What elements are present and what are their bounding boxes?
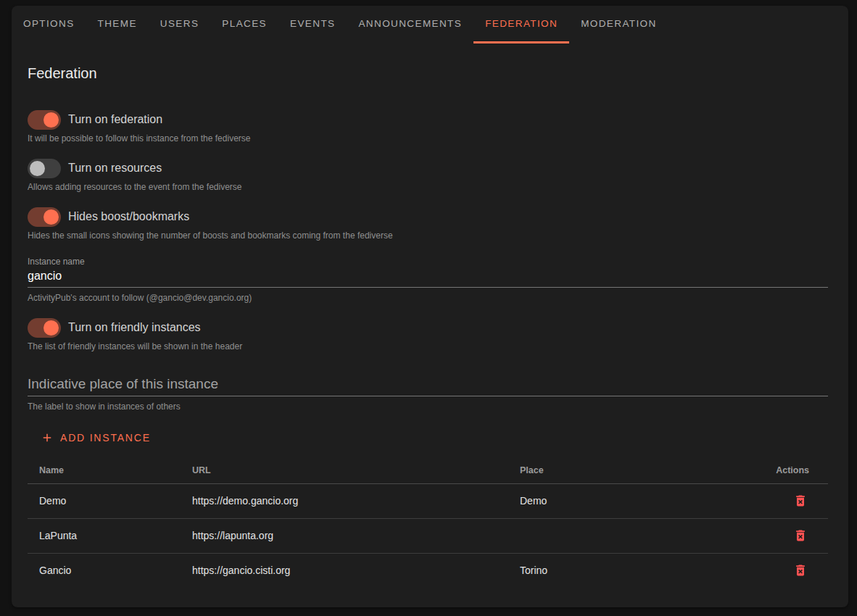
friendly-instances-toggle[interactable] xyxy=(28,318,61,338)
instance-name-input[interactable] xyxy=(28,267,828,288)
instance-name-cell: LaPunta xyxy=(28,518,181,553)
instance-name-label: Instance name xyxy=(28,257,828,267)
instance-name-cell: Gancio xyxy=(28,553,181,588)
column-header-actions: Actions xyxy=(719,458,828,483)
instance-url-cell: https://lapunta.org xyxy=(181,518,508,553)
tab-events[interactable]: EVENTS xyxy=(278,6,347,43)
tab-theme[interactable]: THEME xyxy=(86,6,149,43)
instance-place-hint: The label to show in instances of others xyxy=(28,402,828,412)
tab-places[interactable]: PLACES xyxy=(210,6,278,43)
tab-users[interactable]: USERS xyxy=(149,6,211,43)
trash-delete-forever-icon xyxy=(793,494,808,508)
friendly-instances-table: Name URL Place Actions Demo https://demo… xyxy=(28,458,828,588)
admin-panel-card: OPTIONS THEME USERS PLACES EVENTS ANNOUN… xyxy=(12,6,848,607)
instance-place-input[interactable] xyxy=(28,376,828,396)
instance-row: Gancio https://gancio.cisti.org Torino xyxy=(28,553,828,588)
admin-tab-bar: OPTIONS THEME USERS PLACES EVENTS ANNOUN… xyxy=(12,6,848,43)
federation-toggle[interactable] xyxy=(28,110,61,130)
hide-boost-toggle-knob xyxy=(44,209,59,225)
tab-federation[interactable]: FEDERATION xyxy=(473,6,569,43)
trash-delete-forever-icon xyxy=(793,563,808,578)
federation-settings-content: Federation Turn on federation It will be… xyxy=(12,43,848,588)
hide-boost-toggle-hint: Hides the small icons showing the number… xyxy=(28,231,828,241)
delete-instance-button[interactable] xyxy=(792,492,809,509)
column-header-name: Name xyxy=(28,458,181,483)
resources-toggle-knob xyxy=(30,161,45,176)
federation-toggle-hint: It will be possible to follow this insta… xyxy=(28,134,828,143)
resources-toggle-hint: Allows adding resources to the event fro… xyxy=(28,183,828,192)
instance-url-cell: https://gancio.cisti.org xyxy=(181,553,508,588)
hide-boost-toggle[interactable] xyxy=(28,207,61,227)
page-title: Federation xyxy=(28,65,828,82)
instance-name-cell: Demo xyxy=(28,483,181,518)
instance-row: Demo https://demo.gancio.org Demo xyxy=(28,483,828,518)
instance-name-hint: ActivityPub's account to follow (@gancio… xyxy=(28,294,828,303)
tab-moderation[interactable]: MODERATION xyxy=(569,6,668,43)
column-header-url: URL xyxy=(181,458,508,483)
friendly-instances-toggle-knob xyxy=(44,320,59,336)
add-instance-button-label: ADD INSTANCE xyxy=(60,432,151,444)
instance-place-field: The label to show in instances of others xyxy=(28,376,828,412)
instance-url-cell: https://demo.gancio.org xyxy=(181,483,508,518)
hide-boost-toggle-label: Hides boost/bookmarks xyxy=(68,210,189,223)
federation-toggle-label: Turn on federation xyxy=(68,113,162,126)
setting-turn-on-federation: Turn on federation It will be possible t… xyxy=(28,109,828,143)
instance-name-field: Instance name ActivityPub's account to f… xyxy=(28,257,828,303)
resources-toggle[interactable] xyxy=(28,159,61,178)
tab-options[interactable]: OPTIONS xyxy=(12,6,86,43)
instance-row: LaPunta https://lapunta.org xyxy=(28,518,828,553)
table-header-row: Name URL Place Actions xyxy=(28,458,828,483)
tab-announcements[interactable]: ANNOUNCEMENTS xyxy=(347,6,473,43)
plus-icon xyxy=(41,431,54,444)
resources-toggle-label: Turn on resources xyxy=(68,162,162,175)
instance-place-cell: Demo xyxy=(508,483,719,518)
delete-instance-button[interactable] xyxy=(792,527,809,544)
setting-turn-on-resources: Turn on resources Allows adding resource… xyxy=(28,158,828,192)
setting-friendly-instances: Turn on friendly instances The list of f… xyxy=(28,317,828,351)
setting-hides-boost-bookmarks: Hides boost/bookmarks Hides the small ic… xyxy=(28,207,828,241)
instance-place-cell: Torino xyxy=(508,553,719,588)
add-instance-button[interactable]: ADD INSTANCE xyxy=(33,428,158,448)
federation-toggle-knob xyxy=(44,112,59,128)
friendly-instances-toggle-hint: The list of friendly instances will be s… xyxy=(28,342,828,351)
instance-place-cell xyxy=(508,518,719,553)
trash-delete-forever-icon xyxy=(793,528,808,543)
friendly-instances-toggle-label: Turn on friendly instances xyxy=(68,321,201,334)
column-header-place: Place xyxy=(508,458,719,483)
delete-instance-button[interactable] xyxy=(792,562,809,579)
